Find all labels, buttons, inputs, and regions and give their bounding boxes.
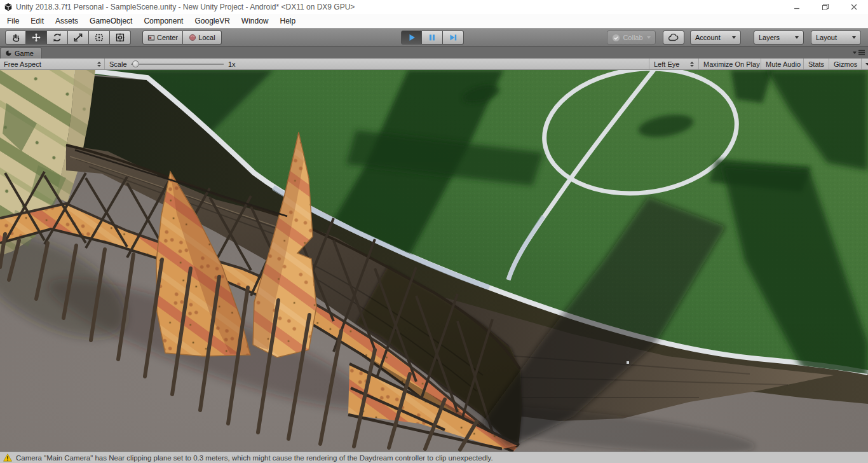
menu-edit[interactable]: Edit <box>25 14 50 28</box>
layout-dropdown[interactable]: Layout <box>811 31 861 45</box>
white-speck <box>627 361 629 364</box>
transform-icon <box>115 32 125 43</box>
scene-svg <box>0 70 868 452</box>
warning-icon <box>3 453 12 462</box>
move-icon <box>31 32 41 43</box>
layers-label: Layers <box>759 34 780 41</box>
account-caret-icon <box>732 36 736 39</box>
scale-slider[interactable] <box>131 59 224 69</box>
menu-bar: File Edit Assets GameObject Component Go… <box>0 14 868 28</box>
eye-mode-label: Left Eye <box>654 60 679 68</box>
menu-component[interactable]: Component <box>138 14 189 28</box>
maximize-on-play-button[interactable]: Maximize On Play <box>698 59 764 69</box>
center-pivot-icon <box>147 34 155 41</box>
rotation-toggle-button[interactable]: Local <box>183 31 222 45</box>
game-toolbar: Free Aspect Scale 1x Left Eye Maximize O… <box>0 59 868 70</box>
tab-dropdown-icon[interactable] <box>853 52 857 54</box>
rotate-icon <box>52 32 62 43</box>
play-icon <box>407 33 416 42</box>
tab-game-label: Game <box>15 50 34 57</box>
layers-dropdown[interactable]: Layers <box>754 31 804 45</box>
eye-popup-icon <box>690 62 694 67</box>
layout-label: Layout <box>816 34 837 41</box>
status-message: Camera "Main Camera" has Near clipping p… <box>16 454 493 462</box>
move-tool-button[interactable] <box>26 31 47 45</box>
play-button[interactable] <box>401 31 422 45</box>
layout-caret-icon <box>852 36 856 39</box>
rotate-tool-button[interactable] <box>47 31 68 45</box>
game-view-icon <box>5 50 12 57</box>
restore-button[interactable] <box>811 0 839 14</box>
mute-audio-button[interactable]: Mute Audio <box>761 59 805 69</box>
collab-check-icon <box>612 34 620 42</box>
tab-menu-icon[interactable] <box>858 50 865 55</box>
step-button[interactable] <box>443 31 464 45</box>
scale-tool-button[interactable] <box>68 31 89 45</box>
hand-icon <box>11 32 21 43</box>
minimize-button[interactable] <box>782 0 811 14</box>
pause-icon <box>428 33 437 42</box>
rect-tool-button[interactable] <box>89 31 110 45</box>
menu-assets[interactable]: Assets <box>50 14 84 28</box>
cloud-icon <box>668 33 679 42</box>
gizmos-label: Gizmos <box>834 60 857 68</box>
account-dropdown[interactable]: Account <box>690 31 741 45</box>
game-viewport[interactable] <box>0 70 868 452</box>
cloud-button[interactable] <box>663 31 684 45</box>
account-label: Account <box>695 34 721 41</box>
window-title: Unity 2018.3.7f1 Personal - SampleScene.… <box>16 3 355 11</box>
minimize-icon <box>793 3 801 11</box>
menu-googlevr[interactable]: GoogleVR <box>189 14 235 28</box>
main-toolbar: Center Local Collab <box>0 28 868 47</box>
menu-help[interactable]: Help <box>275 14 302 28</box>
close-button[interactable] <box>839 0 868 14</box>
slider-track[interactable] <box>131 64 224 65</box>
aspect-popup-icon <box>97 62 101 67</box>
gizmos-dropdown[interactable]: Gizmos <box>829 59 865 69</box>
scale-value: 1x <box>228 59 236 69</box>
unity-logo-icon <box>4 3 13 11</box>
aspect-dropdown[interactable]: Free Aspect <box>0 59 105 69</box>
menu-gameobject[interactable]: GameObject <box>84 14 138 28</box>
pivot-toggle-button[interactable]: Center <box>142 31 183 45</box>
local-rotation-icon <box>189 34 196 41</box>
collab-label: Collab <box>623 34 642 41</box>
scale-icon <box>73 32 83 43</box>
gizmos-caret-segment[interactable] <box>861 59 868 69</box>
close-icon <box>850 3 858 11</box>
rotation-label: Local <box>198 34 215 41</box>
menu-window[interactable]: Window <box>236 14 275 28</box>
tab-strip: Game <box>0 47 868 59</box>
pan-tool-button[interactable] <box>5 31 26 45</box>
slider-knob[interactable] <box>132 60 139 67</box>
aspect-label: Free Aspect <box>4 60 41 68</box>
menu-file[interactable]: File <box>1 14 25 28</box>
scale-label: Scale <box>109 59 127 69</box>
restore-icon <box>822 3 829 11</box>
layers-caret-icon <box>795 36 799 39</box>
title-bar: Unity 2018.3.7f1 Personal - SampleScene.… <box>0 0 868 14</box>
stats-button[interactable]: Stats <box>803 59 829 69</box>
tab-game[interactable]: Game <box>0 47 42 59</box>
transform-tool-button[interactable] <box>110 31 131 45</box>
step-icon <box>449 33 458 42</box>
rect-icon <box>94 32 104 43</box>
status-bar[interactable]: Camera "Main Camera" has Near clipping p… <box>0 452 868 463</box>
collab-button[interactable]: Collab <box>607 31 656 45</box>
gizmos-caret-icon <box>865 63 868 66</box>
eye-mode-dropdown[interactable]: Left Eye <box>649 59 698 69</box>
unity-editor-window: Unity 2018.3.7f1 Personal - SampleScene.… <box>0 0 868 463</box>
pause-button[interactable] <box>422 31 443 45</box>
collab-caret-icon <box>647 36 651 39</box>
pivot-label: Center <box>157 34 178 41</box>
